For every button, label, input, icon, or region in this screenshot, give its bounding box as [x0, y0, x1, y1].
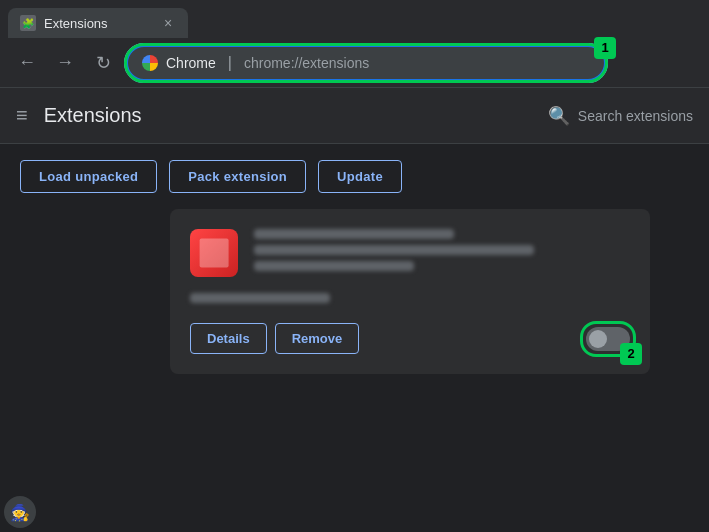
toggle-wrapper: 2 [586, 327, 630, 351]
address-bar[interactable]: Chrome | chrome://extensions [126, 45, 606, 81]
extensions-list: Details Remove 2 [0, 209, 709, 532]
step2-badge: 2 [620, 343, 642, 365]
address-bar-wrapper: Chrome | chrome://extensions 1 [126, 45, 606, 81]
extension-desc-blurred-2 [254, 261, 414, 271]
load-unpacked-button[interactable]: Load unpacked [20, 160, 157, 193]
page-content: ≡ Extensions 🔍 Search extensions Load un… [0, 88, 709, 532]
remove-button[interactable]: Remove [275, 323, 360, 354]
step1-badge: 1 [594, 37, 616, 59]
search-label[interactable]: Search extensions [578, 108, 693, 124]
hamburger-icon[interactable]: ≡ [16, 104, 28, 127]
nav-bar: ← → ↻ Chrome | chrome://extensions 1 [0, 38, 709, 88]
pack-extension-button[interactable]: Pack extension [169, 160, 306, 193]
tab-close-button[interactable]: × [160, 15, 176, 31]
tab-title: Extensions [44, 16, 152, 31]
extension-info [254, 229, 630, 271]
browser-frame: 🧩 Extensions × ← → ↻ Chrome | chrome://e… [0, 0, 709, 532]
extension-icon [190, 229, 238, 277]
extensions-header: ≡ Extensions 🔍 Search extensions [0, 88, 709, 144]
search-area: 🔍 Search extensions [548, 105, 693, 127]
forward-button[interactable]: → [50, 48, 80, 78]
extension-card: Details Remove 2 [170, 209, 650, 374]
tab-bar: 🧩 Extensions × [0, 0, 709, 38]
chrome-logo-icon [142, 55, 158, 71]
address-divider: | [228, 54, 232, 72]
extension-desc-blurred-1 [254, 245, 534, 255]
active-tab[interactable]: 🧩 Extensions × [8, 8, 188, 38]
extension-action-buttons: Details Remove 2 [190, 323, 630, 354]
extension-name-blurred [254, 229, 454, 239]
address-path: chrome://extensions [244, 55, 369, 71]
address-domain: Chrome [166, 55, 216, 71]
extension-card-top [190, 229, 630, 277]
details-button[interactable]: Details [190, 323, 267, 354]
page-title: Extensions [44, 104, 548, 127]
toolbar: Load unpacked Pack extension Update [0, 144, 709, 209]
toggle-knob [589, 330, 607, 348]
back-button[interactable]: ← [12, 48, 42, 78]
apuals-logo: 🧙 [4, 496, 36, 528]
update-button[interactable]: Update [318, 160, 402, 193]
tab-favicon: 🧩 [20, 15, 36, 31]
extension-card-bottom [190, 293, 630, 303]
reload-button[interactable]: ↻ [88, 48, 118, 78]
search-icon: 🔍 [548, 105, 570, 127]
extension-version-blurred [190, 293, 330, 303]
